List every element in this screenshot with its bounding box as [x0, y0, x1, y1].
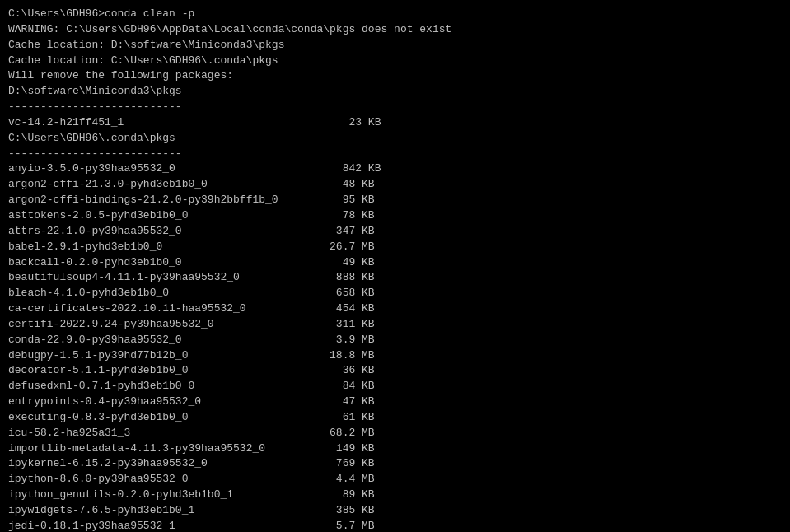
- terminal-line: bleach-4.1.0-pyhd3eb1b0_0 658 KB: [8, 286, 782, 301]
- terminal-line: decorator-5.1.1-pyhd3eb1b0_0 36 KB: [8, 363, 782, 379]
- terminal-line: beautifulsoup4-4.11.1-py39haa95532_0 888…: [8, 270, 782, 286]
- terminal-line: icu-58.2-ha925a31_3 68.2 MB: [8, 426, 782, 441]
- terminal-line: Cache location: D:\software\Miniconda3\p…: [8, 38, 782, 54]
- terminal-line: ipywidgets-7.6.5-pyhd3eb1b0_1 385 KB: [8, 503, 782, 519]
- terminal-line: jedi-0.18.1-py39haa95532_1 5.7 MB: [8, 519, 782, 532]
- terminal-line: executing-0.8.3-pyhd3eb1b0_0 61 KB: [8, 410, 782, 426]
- terminal-line: argon2-cffi-bindings-21.2.0-py39h2bbff1b…: [8, 193, 782, 208]
- terminal-line: entrypoints-0.4-py39haa95532_0 47 KB: [8, 394, 782, 410]
- terminal-line: backcall-0.2.0-pyhd3eb1b0_0 49 KB: [8, 255, 782, 271]
- terminal-line: anyio-3.5.0-py39haa95532_0 842 KB: [8, 161, 782, 177]
- terminal-line: ---------------------------: [8, 147, 782, 162]
- terminal-line: WARNING: C:\Users\GDH96\AppData\Local\co…: [8, 22, 782, 38]
- terminal-line: D:\software\Miniconda3\pkgs: [8, 84, 782, 100]
- terminal-line: ipython-8.6.0-py39haa95532_0 4.4 MB: [8, 472, 782, 488]
- terminal-line: Cache location: C:\Users\GDH96\.conda\pk…: [8, 54, 782, 69]
- terminal-line: debugpy-1.5.1-py39hd77b12b_0 18.8 MB: [8, 348, 782, 364]
- terminal-line: conda-22.9.0-py39haa95532_0 3.9 MB: [8, 333, 782, 348]
- terminal-line: ca-certificates-2022.10.11-haa95532_0 45…: [8, 301, 782, 317]
- terminal-line: ipykernel-6.15.2-py39haa95532_0 769 KB: [8, 456, 782, 472]
- terminal-line: C:\Users\GDH96\.conda\pkgs: [8, 131, 782, 147]
- terminal-line: attrs-22.1.0-py39haa95532_0 347 KB: [8, 224, 782, 240]
- terminal-line: C:\Users\GDH96>conda clean -p: [8, 7, 782, 22]
- terminal-line: babel-2.9.1-pyhd3eb1b0_0 26.7 MB: [8, 240, 782, 255]
- terminal-line: asttokens-2.0.5-pyhd3eb1b0_0 78 KB: [8, 208, 782, 224]
- terminal-line: Will remove the following packages:: [8, 68, 782, 84]
- terminal-line: defusedxml-0.7.1-pyhd3eb1b0_0 84 KB: [8, 379, 782, 394]
- terminal-line: importlib-metadata-4.11.3-py39haa95532_0…: [8, 441, 782, 457]
- terminal-line: certifi-2022.9.24-py39haa95532_0 311 KB: [8, 317, 782, 333]
- terminal-line: argon2-cffi-21.3.0-pyhd3eb1b0_0 48 KB: [8, 177, 782, 193]
- terminal-line: ipython_genutils-0.2.0-pyhd3eb1b0_1 89 K…: [8, 488, 782, 503]
- terminal: C:\Users\GDH96>conda clean -pWARNING: C:…: [0, 0, 790, 532]
- terminal-line: ---------------------------: [8, 100, 782, 115]
- terminal-line: vc-14.2-h21ff451_1 23 KB: [8, 115, 782, 131]
